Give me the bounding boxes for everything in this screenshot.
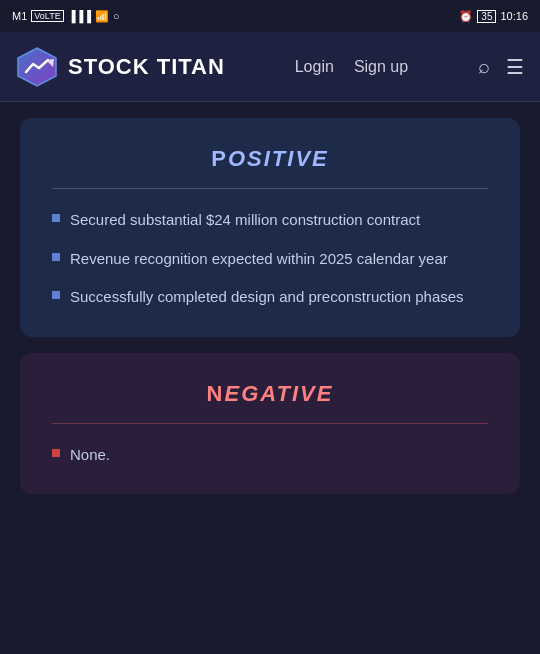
- time-label: 10:16: [500, 10, 528, 22]
- positive-item-1: Secured substantial $24 million construc…: [70, 209, 420, 232]
- list-item: Successfully completed design and precon…: [52, 286, 488, 309]
- positive-card: Positive Secured substantial $24 million…: [20, 118, 520, 337]
- list-item: Revenue recognition expected within 2025…: [52, 248, 488, 271]
- bullet-icon: [52, 214, 60, 222]
- brand-name: STOCK TITAN: [68, 54, 225, 80]
- signal-icon: ▐▐▐: [68, 10, 91, 22]
- menu-button[interactable]: ☰: [506, 55, 524, 79]
- positive-divider: [52, 188, 488, 189]
- brand[interactable]: STOCK TITAN: [16, 46, 225, 88]
- negative-title: Negative: [52, 381, 488, 407]
- signup-link[interactable]: Sign up: [354, 58, 408, 76]
- negative-list: None.: [52, 444, 488, 467]
- positive-list: Secured substantial $24 million construc…: [52, 209, 488, 309]
- status-right: ⏰ 35 10:16: [459, 10, 528, 23]
- negative-divider: [52, 423, 488, 424]
- negative-item-1: None.: [70, 444, 110, 467]
- bullet-icon: [52, 291, 60, 299]
- nav-icons: ⌕ ☰: [478, 55, 524, 79]
- main-content: Positive Secured substantial $24 million…: [0, 102, 540, 654]
- volte-label: VoLTE: [31, 10, 63, 22]
- positive-item-3: Successfully completed design and precon…: [70, 286, 464, 309]
- carrier-label: M1: [12, 10, 27, 22]
- alarm-icon: ⏰: [459, 10, 473, 23]
- bullet-icon: [52, 253, 60, 261]
- list-item: None.: [52, 444, 488, 467]
- navbar: STOCK TITAN Login Sign up ⌕ ☰: [0, 32, 540, 102]
- positive-item-2: Revenue recognition expected within 2025…: [70, 248, 448, 271]
- login-link[interactable]: Login: [295, 58, 334, 76]
- nav-links: Login Sign up: [295, 58, 408, 76]
- instagram-icon: ○: [113, 10, 120, 22]
- positive-title: Positive: [52, 146, 488, 172]
- logo-icon: [16, 46, 58, 88]
- negative-card: Negative None.: [20, 353, 520, 495]
- status-left: M1 VoLTE ▐▐▐ 📶 ○: [12, 10, 120, 23]
- battery-label: 35: [477, 10, 496, 23]
- bullet-icon: [52, 449, 60, 457]
- status-bar: M1 VoLTE ▐▐▐ 📶 ○ ⏰ 35 10:16: [0, 0, 540, 32]
- wifi-icon: 📶: [95, 10, 109, 23]
- search-button[interactable]: ⌕: [478, 55, 490, 78]
- list-item: Secured substantial $24 million construc…: [52, 209, 488, 232]
